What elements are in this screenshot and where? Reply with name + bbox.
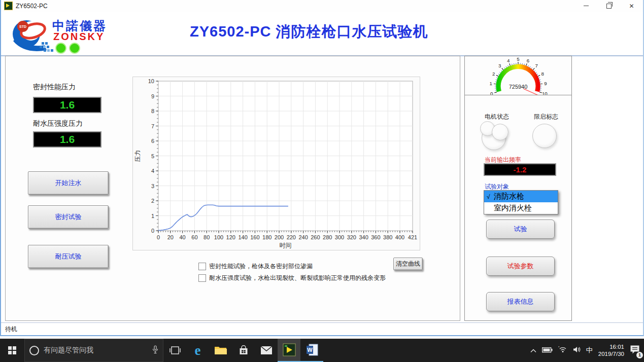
dropdown-option-fire-nozzle[interactable]: √ 消防水枪 — [484, 191, 558, 202]
strength-result-label: 耐水压强度试验，水枪出现裂纹、断裂或影响正常使用的残余变形 — [209, 274, 386, 282]
test-params-button[interactable]: 试验参数 — [486, 257, 555, 276]
svg-text:8: 8 — [151, 108, 154, 114]
minimize-button[interactable] — [574, 0, 597, 12]
strength-result-checkbox-row: 耐水压强度试验，水枪出现裂纹、断裂或影响正常使用的残余变形 — [198, 274, 386, 282]
seal-result-label: 密封性能试验，枪体及各密封部位渗漏 — [209, 262, 313, 271]
svg-text:6: 6 — [151, 138, 154, 144]
windows-logo-icon — [8, 346, 16, 354]
app-icon — [4, 2, 13, 10]
output-frequency-value: -1.2 — [514, 165, 527, 174]
svg-text:360: 360 — [371, 234, 380, 240]
svg-text:220: 220 — [287, 234, 296, 240]
main-panel: 密封性能压力 1.6 耐水压强度压力 1.6 开始注水 密封试验 耐压试验 02… — [5, 56, 460, 321]
tray-chevron-icon[interactable] — [530, 346, 536, 355]
pressure-chart: 0204060801001201401601802002202402602803… — [132, 77, 420, 250]
svg-text:120: 120 — [226, 234, 235, 240]
svg-text:3: 3 — [151, 183, 154, 189]
svg-text:10: 10 — [148, 78, 154, 84]
close-button[interactable]: ✕ — [620, 0, 643, 12]
svg-text:2: 2 — [492, 71, 495, 77]
store-icon[interactable] — [232, 339, 255, 362]
mail-icon[interactable] — [255, 339, 278, 362]
notification-badge: 1 — [636, 352, 643, 358]
titlebar: ZY6502-PC ✕ — [1, 0, 643, 12]
svg-text:5: 5 — [517, 56, 519, 62]
logo-graphic: STD 中諾儀器 ZONSKY — [4, 14, 126, 57]
task-view-button[interactable] — [163, 339, 186, 362]
svg-text:2: 2 — [151, 198, 154, 204]
test-object-dropdown: √ 消防水枪 室内消火栓 — [484, 190, 558, 214]
tray-date: 2019/7/30 — [598, 351, 624, 357]
svg-text:3: 3 — [498, 63, 501, 68]
zonsky-logo: STD 中諾儀器 ZONSKY — [4, 14, 126, 57]
screen: ZY6502-PC ✕ STD — [0, 0, 644, 362]
header: STD 中諾儀器 ZONSKY ZY6502-PC 消防栓枪口水压试验机 — [1, 12, 643, 56]
seal-result-checkbox-row: 密封性能试验，枪体及各密封部位渗漏 — [198, 262, 313, 271]
svg-text:8: 8 — [541, 71, 544, 77]
seal-pressure-display: 1.6 — [33, 97, 101, 113]
page-title: ZY6502-PC 消防栓枪口水压试验机 — [190, 22, 428, 42]
svg-text:725940: 725940 — [509, 84, 528, 90]
svg-text:320: 320 — [347, 234, 356, 240]
svg-text:100: 100 — [214, 234, 223, 240]
wifi-icon[interactable]: * — [558, 346, 567, 355]
app-window: ZY6502-PC ✕ STD — [0, 0, 644, 336]
svg-text:7: 7 — [151, 123, 154, 129]
file-explorer-icon[interactable] — [209, 339, 232, 362]
svg-text:400: 400 — [395, 234, 404, 240]
edge-icon[interactable]: e — [186, 339, 209, 362]
close-icon: ✕ — [629, 3, 634, 9]
dropdown-option-indoor-hydrant[interactable]: 室内消火栓 — [484, 202, 558, 214]
ime-indicator[interactable]: 中 — [586, 346, 593, 355]
limit-flag-label: 限启标志 — [534, 113, 558, 121]
svg-text:9: 9 — [544, 81, 547, 86]
svg-text:60: 60 — [191, 234, 197, 240]
clear-curve-button[interactable]: 清空曲线 — [393, 258, 423, 270]
seal-result-checkbox[interactable] — [198, 263, 206, 270]
seal-pressure-label: 密封性能压力 — [33, 83, 76, 92]
svg-text:160: 160 — [250, 234, 259, 240]
taskbar-app-labview[interactable] — [278, 339, 300, 362]
motor-status-label: 电机状态 — [485, 113, 509, 121]
search-placeholder: 有问题尽管问我 — [44, 346, 93, 355]
seal-pressure-value: 1.6 — [60, 99, 75, 111]
svg-text:240: 240 — [298, 234, 308, 240]
svg-text:1: 1 — [489, 81, 492, 86]
taskbar-search[interactable]: 有问题尽管问我 — [24, 339, 163, 362]
gauge: 012345678910725940 — [465, 56, 571, 95]
pressure-test-button[interactable]: 耐压试验 — [28, 245, 109, 268]
svg-text:6: 6 — [527, 58, 529, 63]
restore-button[interactable] — [597, 0, 620, 12]
strength-result-checkbox[interactable] — [198, 274, 206, 282]
test-button[interactable]: 试验 — [486, 220, 555, 239]
check-mark-icon: √ — [487, 193, 494, 200]
taskbar-app-word[interactable]: W — [300, 339, 323, 362]
start-button[interactable] — [0, 339, 24, 362]
window-title: ZY6502-PC — [16, 3, 48, 10]
action-center-button[interactable]: 1 — [630, 345, 640, 356]
speaker-icon[interactable] — [573, 346, 581, 355]
report-info-button[interactable]: 报表信息 — [486, 292, 555, 311]
svg-text:140: 140 — [238, 234, 247, 240]
battery-icon[interactable] — [542, 346, 553, 355]
svg-text:0: 0 — [157, 234, 160, 240]
svg-text:340: 340 — [359, 234, 368, 240]
logo-led-1 — [56, 43, 66, 53]
gauge-canvas: 012345678910725940 — [476, 56, 560, 95]
microphone-icon[interactable] — [152, 345, 158, 355]
tray-clock[interactable]: 16:01 2019/7/30 — [598, 343, 624, 358]
start-filling-button[interactable]: 开始注水 — [28, 171, 109, 195]
seal-test-button[interactable]: 密封试验 — [28, 205, 109, 229]
output-frequency-display: -1.2 — [484, 163, 556, 176]
svg-text:5: 5 — [151, 153, 154, 159]
strength-pressure-label: 耐水压强度压力 — [33, 119, 83, 128]
svg-text:200: 200 — [275, 234, 284, 240]
svg-text:80: 80 — [204, 234, 210, 240]
status-bar: 待机 — [1, 322, 643, 335]
window-controls: ✕ — [574, 0, 643, 12]
svg-text:7: 7 — [535, 63, 538, 68]
svg-text:4: 4 — [151, 168, 154, 174]
strength-pressure-value: 1.6 — [60, 133, 75, 146]
status-text: 待机 — [5, 325, 17, 333]
logo-brand-cn: 中諾儀器 — [52, 19, 107, 32]
